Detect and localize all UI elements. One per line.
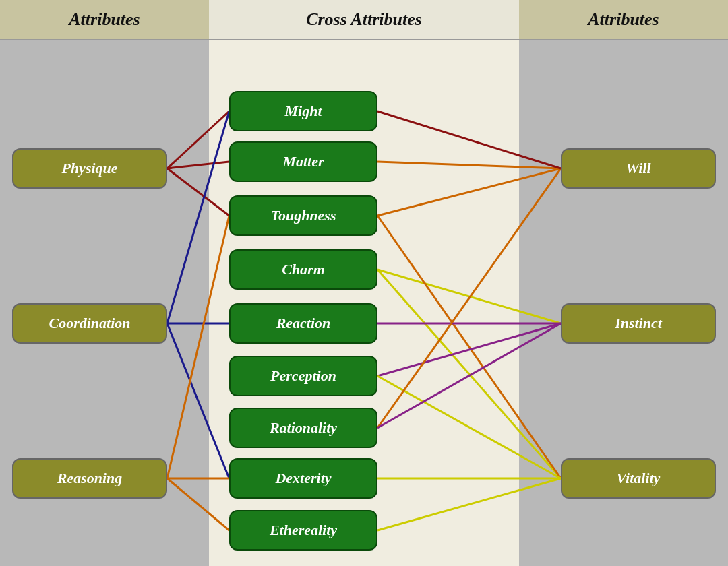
header-left: Attributes	[0, 0, 209, 39]
will-label: Will	[626, 160, 650, 177]
header-right: Attributes	[519, 0, 728, 39]
ethereality-box: Ethereality	[229, 510, 377, 551]
reaction-box: Reaction	[229, 303, 377, 344]
reasoning-box: Reasoning	[12, 458, 167, 499]
header: Attributes Cross Attributes Attributes	[0, 0, 728, 40]
physique-label: Physique	[61, 160, 117, 177]
left-header-title: Attributes	[69, 9, 140, 30]
toughness-label: Toughness	[270, 207, 336, 224]
dexterity-label: Dexterity	[275, 470, 331, 487]
instinct-label: Instinct	[615, 315, 662, 332]
right-header-title: Attributes	[588, 9, 659, 30]
rationality-label: Rationality	[270, 419, 337, 437]
vitality-box: Vitality	[561, 458, 716, 499]
center-header-title: Cross Attributes	[306, 9, 422, 30]
content-area: Physique Coordination Reasoning Might Ma…	[0, 40, 728, 566]
charm-label: Charm	[282, 261, 325, 278]
cross-attributes: Might Matter Toughness Charm Reaction Pe…	[209, 40, 519, 566]
matter-label: Matter	[282, 153, 324, 170]
perception-label: Perception	[270, 367, 336, 385]
will-box: Will	[561, 148, 716, 189]
might-label: Might	[284, 102, 322, 120]
rationality-box: Rationality	[229, 408, 377, 448]
header-center: Cross Attributes	[209, 0, 519, 39]
ethereality-label: Ethereality	[270, 522, 337, 539]
coordination-box: Coordination	[12, 303, 167, 344]
vitality-label: Vitality	[617, 470, 661, 487]
main-container: Attributes Cross Attributes Attributes	[0, 0, 728, 566]
dexterity-box: Dexterity	[229, 458, 377, 499]
might-box: Might	[229, 91, 377, 131]
perception-box: Perception	[229, 356, 377, 396]
left-attributes: Physique Coordination Reasoning	[0, 40, 209, 566]
reasoning-label: Reasoning	[57, 470, 123, 487]
right-attributes: Will Instinct Vitality	[519, 40, 728, 566]
reaction-label: Reaction	[276, 315, 331, 332]
coordination-label: Coordination	[49, 315, 130, 332]
charm-box: Charm	[229, 249, 377, 290]
physique-box: Physique	[12, 148, 167, 189]
matter-box: Matter	[229, 142, 377, 182]
toughness-box: Toughness	[229, 195, 377, 236]
instinct-box: Instinct	[561, 303, 716, 344]
